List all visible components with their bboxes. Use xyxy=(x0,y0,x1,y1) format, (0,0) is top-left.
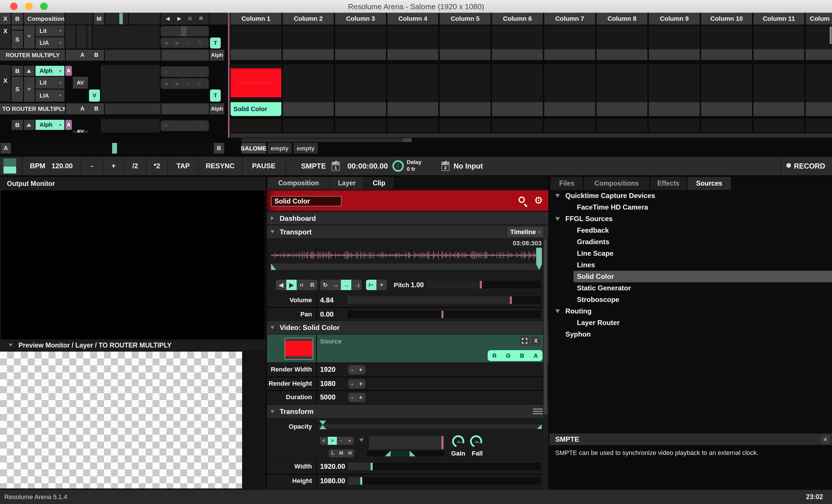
duration-value[interactable]: 5000 xyxy=(320,393,335,401)
envelope-bar[interactable] xyxy=(367,451,444,456)
clip-slot[interactable] xyxy=(283,64,334,116)
play-forward-button[interactable]: → xyxy=(341,280,351,290)
composition-clear-button[interactable]: X xyxy=(0,13,11,25)
tap-button[interactable]: TAP xyxy=(168,157,198,175)
clip-slot[interactable] xyxy=(387,119,438,133)
stepper-minus[interactable]: - xyxy=(351,394,353,401)
bpm-mul2-button[interactable]: *2 xyxy=(147,157,167,175)
tab-sources[interactable]: Sources xyxy=(687,177,731,190)
bpm-minus-button[interactable]: - xyxy=(81,157,102,175)
layer2-blend-dropdown[interactable]: Alph▼ xyxy=(35,66,64,76)
layer3-fader-cell2[interactable] xyxy=(161,50,209,61)
render-width-stepper[interactable]: -+ xyxy=(348,365,365,374)
retrigger-button[interactable]: R xyxy=(307,280,317,290)
clip-slot[interactable] xyxy=(649,25,700,61)
column-header[interactable]: Column 1 xyxy=(231,13,281,25)
bpm-plus-button[interactable]: + xyxy=(103,157,124,175)
bpm-div2-button[interactable]: /2 xyxy=(125,157,146,175)
clip-slot[interactable] xyxy=(231,25,281,61)
layer2-name[interactable]: TO ROUTER MULTIPLY xyxy=(0,103,65,114)
clip-slot[interactable] xyxy=(283,119,334,133)
nudge-minus-button[interactable]: - xyxy=(337,437,345,445)
layer1-bypass-button[interactable]: B xyxy=(11,120,23,130)
composition-retrigger-icon[interactable]: R xyxy=(199,13,203,25)
tab-compositions[interactable]: Compositions xyxy=(584,177,649,190)
resync-button[interactable]: RESYNC xyxy=(199,157,241,175)
clip-thumbnail[interactable] xyxy=(231,68,281,97)
clip-slot[interactable] xyxy=(440,64,491,116)
stepper-plus[interactable]: + xyxy=(359,381,363,387)
tree-item-gradients[interactable]: Gradients xyxy=(549,236,832,248)
tab-files[interactable]: Files xyxy=(551,177,583,190)
timeline-out-handle[interactable] xyxy=(536,248,542,264)
timeline-in-handle[interactable] xyxy=(271,263,276,270)
column-header[interactable]: Column 10 xyxy=(701,13,752,25)
tree-item-layer-router[interactable]: Layer Router xyxy=(549,317,832,329)
column-header[interactable]: Column 5 xyxy=(440,13,491,25)
clip-slot[interactable] xyxy=(492,25,543,61)
clip-slot[interactable] xyxy=(544,119,595,133)
tree-item-lines[interactable]: Lines xyxy=(549,259,832,271)
clip-slot[interactable] xyxy=(597,119,647,133)
clip-slot[interactable] xyxy=(335,25,386,61)
tree-item-facetime-hd-camera[interactable]: FaceTime HD Camera xyxy=(549,201,832,213)
layer3-alpha-tag[interactable]: Alph xyxy=(210,50,224,61)
layer2-lit-dropdown[interactable]: Lit▼ xyxy=(35,77,64,89)
clip-slot[interactable] xyxy=(806,25,832,61)
bounce-button[interactable]: ↔ xyxy=(331,280,341,290)
video-collapse-icon[interactable] xyxy=(270,326,275,329)
column-header[interactable]: Column 6 xyxy=(492,13,543,25)
pause-button-clip[interactable]: II xyxy=(297,280,307,290)
mid-button[interactable]: M xyxy=(339,449,343,457)
tab-clip[interactable]: Clip xyxy=(364,177,394,189)
clip-name-field[interactable]: Solid Color xyxy=(271,196,341,206)
prev-frame-button[interactable]: ◀ xyxy=(276,280,286,290)
column-header[interactable]: Colum xyxy=(806,13,832,25)
pitch-slider[interactable] xyxy=(426,281,541,288)
layer2-bypass-button[interactable]: B xyxy=(11,66,23,76)
crossfader-b-button[interactable]: B xyxy=(214,143,224,153)
clip-slot[interactable] xyxy=(806,64,832,116)
play-once-button[interactable]: →| xyxy=(351,280,362,290)
clip-slot[interactable] xyxy=(753,25,804,61)
clip-slot[interactable] xyxy=(701,64,752,116)
composition-master-button[interactable]: M xyxy=(94,13,104,25)
tree-expand-icon[interactable] xyxy=(555,217,560,221)
solid-color-clip[interactable]: Solid Color xyxy=(231,64,281,116)
layer1-blend-dropdown[interactable]: Alph▼ xyxy=(35,120,64,130)
layer2-fader-cell2[interactable] xyxy=(161,103,209,114)
clip-slot[interactable] xyxy=(649,119,700,133)
expand-icon[interactable] xyxy=(520,336,529,345)
layer3-blend-dropdown[interactable]: Lit▼ xyxy=(35,25,64,36)
smpte-timecode[interactable]: 00:00:00.00 xyxy=(344,157,391,175)
envelope-dropdown-icon[interactable] xyxy=(359,439,364,442)
layer3-ab-cell[interactable]: AB xyxy=(66,50,104,61)
clip-slot[interactable] xyxy=(387,64,438,116)
layer2-up-button[interactable] xyxy=(24,66,35,76)
alpha-channel-button[interactable]: A xyxy=(534,353,538,359)
clip-slot[interactable] xyxy=(544,64,595,116)
pause-button[interactable]: PAUSE xyxy=(243,157,285,175)
metronome-2-icon[interactable]: 2 xyxy=(441,162,449,171)
composition-bypass-button[interactable]: B xyxy=(11,13,23,25)
layer3-updown-cell[interactable] xyxy=(24,25,35,49)
crossfader-handle[interactable] xyxy=(112,143,117,153)
layer3-name[interactable]: ROUTER MULTIPLY xyxy=(0,50,65,61)
tree-item-feedback[interactable]: Feedback xyxy=(549,225,832,236)
clip-slot[interactable] xyxy=(701,119,752,133)
clip-name-label[interactable]: Solid Color xyxy=(231,102,281,116)
column-header[interactable]: Column 7 xyxy=(544,13,595,25)
composition-pause-icon[interactable]: II xyxy=(188,13,192,25)
clip-slot[interactable] xyxy=(440,25,491,61)
menu-icon[interactable] xyxy=(533,409,543,410)
tree-item-routing[interactable]: Routing xyxy=(549,305,832,317)
layer3-clear-button[interactable]: X xyxy=(0,25,11,49)
bpm-value[interactable]: 120.00 xyxy=(48,157,77,175)
layer2-a-button[interactable]: A xyxy=(65,66,72,76)
tab-layer[interactable]: Layer xyxy=(330,177,363,189)
layer1-a-button[interactable]: A xyxy=(65,120,72,130)
composition-speed-cell[interactable] xyxy=(65,13,93,25)
gear-icon[interactable]: ⚙ xyxy=(534,195,543,206)
layer2-ab-cell[interactable]: AB xyxy=(66,103,104,114)
smpte-close-button[interactable]: x xyxy=(821,435,830,444)
